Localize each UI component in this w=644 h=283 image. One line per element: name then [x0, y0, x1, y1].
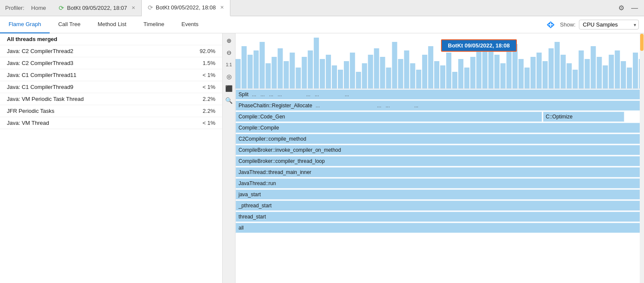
thread-name-0: Java: C2 CompilerThread2: [7, 48, 194, 54]
zoom-in-button[interactable]: ⊕: [224, 35, 235, 46]
svg-rect-29: [392, 42, 397, 89]
svg-rect-63: [597, 57, 602, 89]
tab-call-tree[interactable]: Call Tree: [50, 16, 89, 33]
svg-rect-23: [356, 72, 361, 89]
tooltip-text: BotKt 09/05/2022, 18:08: [448, 42, 510, 49]
flame-row-all[interactable]: all: [236, 222, 644, 233]
flame-row-loop[interactable]: CompileBroker::compiler_thread_loop: [236, 156, 644, 167]
svg-rect-40: [458, 59, 463, 89]
svg-rect-39: [452, 72, 457, 89]
svg-rect-14: [302, 57, 307, 89]
scrollbar-thumb[interactable]: [640, 34, 644, 51]
histogram[interactable]: BotKt 09/05/2022, 18:08: [236, 33, 644, 89]
thread-row-4[interactable]: Java: VM Periodic Task Thread 2.2%: [0, 93, 222, 105]
tab-timeline[interactable]: Timeline: [135, 16, 173, 33]
svg-rect-10: [277, 48, 283, 89]
svg-rect-59: [572, 70, 578, 89]
svg-rect-26: [374, 48, 379, 89]
thread-name-1: Java: C2 CompilerThread3: [7, 60, 194, 66]
thread-row-0[interactable]: Java: C2 CompilerThread2 92.0%: [0, 45, 222, 57]
thread-pct-0: 92.0%: [194, 48, 215, 54]
thread-pct-1: 1.5%: [194, 60, 215, 66]
flame-row-pthread[interactable]: _pthread_start: [236, 200, 644, 211]
thread-name-all: All threads merged: [7, 36, 215, 42]
flame-label-pthread: _pthread_start: [239, 203, 271, 209]
flame-row-compile[interactable]: Compile::Compile: [236, 122, 644, 133]
thread-row-3[interactable]: Java: C1 CompilerThread9 < 1%: [0, 81, 222, 93]
flame-row-thread-main[interactable]: JavaThread::thread_main_inner: [236, 167, 644, 178]
thread-pct-3: < 1%: [194, 84, 215, 90]
thread-name-2: Java: C1 CompilerThread11: [7, 72, 194, 78]
thread-pct-6: < 1%: [194, 120, 215, 126]
flame-row-codegen[interactable]: Compile::Code_Gen C::Optimize: [236, 111, 644, 122]
svg-rect-5: [247, 55, 253, 89]
flame-label-phase: PhaseChaitin::Register_Allocate: [239, 103, 312, 109]
svg-rect-36: [434, 61, 439, 89]
flame-row-thread-start[interactable]: thread_start: [236, 211, 644, 222]
svg-rect-17: [320, 59, 325, 89]
tab-events[interactable]: Events: [173, 16, 207, 33]
flame-label-codegen: Compile::Code_Gen: [239, 114, 285, 120]
session-tab-1-close[interactable]: ✕: [131, 6, 135, 10]
flame-row-thread-run[interactable]: JavaThread::run: [236, 178, 644, 189]
svg-rect-37: [440, 65, 445, 89]
tab-method-list[interactable]: Method List: [89, 16, 135, 33]
svg-rect-47: [501, 63, 506, 89]
svg-rect-9: [271, 57, 277, 89]
pin-button[interactable]: ◎: [224, 71, 235, 82]
svg-rect-55: [549, 48, 554, 89]
thread-row-6[interactable]: Java: VM Thread < 1%: [0, 117, 222, 129]
thread-row-1[interactable]: Java: C2 CompilerThread3 1.5%: [0, 57, 222, 69]
flame-row-invoke[interactable]: CompileBroker::invoke_compiler_on_method: [236, 144, 644, 156]
flame-label-java-start: java_start: [239, 192, 261, 198]
thread-row-5[interactable]: JFR Periodic Tasks 2.2%: [0, 105, 222, 117]
merge-button[interactable]: [545, 19, 557, 31]
vertical-scrollbar[interactable]: [640, 33, 644, 283]
svg-rect-38: [446, 53, 451, 89]
flame-label-loop: CompileBroker::compiler_thread_loop: [239, 158, 325, 164]
camera-button[interactable]: ⬛: [224, 83, 235, 94]
svg-rect-58: [566, 63, 572, 89]
session-tab-2[interactable]: ⟳ BotKt 09/05/2022, 18:08 ✕: [142, 0, 230, 16]
svg-rect-19: [332, 65, 337, 89]
settings-button[interactable]: ⚙: [617, 3, 625, 13]
svg-rect-24: [362, 63, 367, 89]
thread-pct-4: 2.2%: [194, 96, 215, 102]
home-link[interactable]: Home: [31, 5, 46, 11]
svg-rect-4: [242, 46, 247, 89]
svg-rect-28: [386, 68, 391, 89]
svg-rect-48: [507, 50, 512, 89]
svg-rect-41: [464, 68, 469, 89]
svg-rect-11: [283, 61, 289, 89]
session-tooltip: BotKt 09/05/2022, 18:08: [441, 39, 517, 52]
svg-rect-34: [422, 55, 427, 89]
svg-rect-61: [584, 59, 590, 89]
svg-rect-22: [350, 53, 355, 89]
session-tab-1-icon: ⟳: [59, 4, 64, 12]
session-tab-1-label: BotKt 09/05/2022, 18:07: [67, 5, 127, 11]
session-tab-1[interactable]: ⟳ BotKt 09/05/2022, 18:07 ✕: [53, 0, 141, 16]
svg-rect-62: [590, 46, 596, 89]
svg-rect-6: [253, 50, 259, 89]
search-button[interactable]: 🔍: [224, 95, 235, 106]
toolbar: Flame Graph Call Tree Method List Timeli…: [0, 16, 644, 33]
flame-row-phase[interactable]: PhaseChaitin::Register_Allocate ... ... …: [236, 100, 644, 111]
fit-button[interactable]: 1:1: [224, 59, 235, 70]
session-tab-2-close[interactable]: ✕: [220, 5, 224, 10]
svg-rect-65: [609, 55, 614, 89]
minimize-button[interactable]: —: [630, 3, 639, 13]
flame-row-split[interactable]: Split ... ... ... ... ... ... ...: [236, 89, 644, 100]
svg-rect-50: [519, 59, 524, 89]
flame-row-java-start[interactable]: java_start: [236, 189, 644, 200]
zoom-out-button[interactable]: ⊖: [224, 47, 235, 58]
main-content: All threads merged Java: C2 CompilerThre…: [0, 33, 644, 283]
show-select[interactable]: CPU Samples Wall Clock Allocation: [579, 20, 639, 29]
flame-row-c2compiler[interactable]: C2Compiler::compile_method: [236, 133, 644, 144]
thread-name-6: Java: VM Thread: [7, 120, 194, 126]
flame-graph-area: Split ... ... ... ... ... ... ... PhaseC…: [236, 89, 644, 233]
thread-row-header[interactable]: All threads merged: [0, 33, 222, 45]
right-panel: BotKt 09/05/2022, 18:08 Split ... ... ..…: [236, 33, 644, 283]
flame-label-thread-start: thread_start: [239, 214, 266, 220]
thread-row-2[interactable]: Java: C1 CompilerThread11 < 1%: [0, 69, 222, 81]
tab-flame-graph[interactable]: Flame Graph: [0, 16, 50, 33]
